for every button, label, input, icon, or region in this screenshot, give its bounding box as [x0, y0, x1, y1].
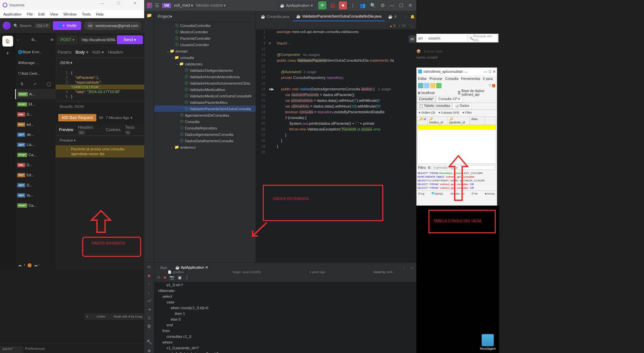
editor-analysis[interactable]: ▲ 5 ✓ 14 ⌃⌄ — [256, 22, 416, 30]
menu-editar[interactable]: Editar — [418, 77, 427, 81]
tree-item[interactable]: ⒸMedicoController — [154, 29, 256, 35]
menu-irpara[interactable]: Ir para — [483, 77, 493, 81]
vcs-menu[interactable]: Version control ▾ — [196, 3, 226, 8]
col-medico[interactable]: 🔑 medico_id — [428, 117, 448, 125]
extrair-button[interactable]: Extrair tudo — [424, 49, 443, 53]
camera-icon[interactable]: 📷 — [169, 275, 174, 280]
tree-item[interactable]: ›📁endereco — [154, 144, 256, 150]
insomnia-logo-icon[interactable] — [3, 22, 11, 30]
close-button[interactable]: ✕ — [493, 70, 495, 73]
env-base[interactable]: 🌐Base Envi... — [15, 47, 56, 57]
resp-tab-tests[interactable]: Tests 0 — [125, 125, 141, 135]
request-item[interactable]: POSTA... — [15, 89, 56, 99]
tree-item[interactable]: ⒸValidadorHorariofuncionamentoClinic — [154, 80, 256, 86]
menu-consulta[interactable]: Consulta — [445, 77, 458, 81]
col-paciente[interactable]: 🔑 paciente_id — [448, 117, 470, 125]
soft-wrap-icon[interactable]: ⏎ — [147, 298, 151, 303]
sort-icon[interactable]: ⇅ — [20, 82, 24, 86]
stop-icon[interactable]: ■ — [164, 275, 166, 280]
more-icon[interactable]: ⋮ — [185, 275, 189, 280]
resp-tab-cookies[interactable]: Cookies — [106, 127, 120, 132]
toolbar-icon[interactable] — [418, 83, 423, 88]
project-name[interactable]: voll_med ▾ — [174, 3, 193, 8]
tree-item[interactable]: ⒸValidadorPacienteSemOutraConsulta — [154, 106, 256, 112]
menu-edit[interactable]: Edit — [36, 11, 47, 17]
menu-view[interactable]: View — [48, 11, 60, 17]
nav-back-button[interactable]: ‹ — [17, 38, 19, 42]
collection-name[interactable]: R... — [20, 38, 49, 42]
run-config-select[interactable]: ☕ ApiApplication ▾ — [277, 2, 316, 9]
request-item[interactable]: GETde... — [15, 129, 56, 140]
tree-item[interactable]: ⒸDadosDetalhamentoConsulta — [154, 138, 256, 144]
tabs-more-icon[interactable]: ⋮ — [404, 14, 408, 19]
run-button[interactable]: ⟳ — [318, 1, 326, 9]
tab-headers[interactable]: Headers — [108, 50, 123, 55]
close-button[interactable]: ✕ — [128, 1, 141, 9]
menu-application[interactable]: Application — [1, 11, 24, 17]
menu-file[interactable]: File — [25, 11, 35, 17]
maximize-button[interactable]: ☐ — [398, 1, 405, 9]
toolbar-icon[interactable] — [436, 83, 442, 88]
env-cert[interactable]: 🛡Add Certi... — [15, 68, 56, 79]
preferences-label[interactable]: Preferences — [25, 347, 45, 351]
workspaces-footer[interactable]: paces* — [0, 346, 24, 353]
sync-icon[interactable]: ⟳ — [51, 38, 54, 42]
tree-item[interactable]: ⒸValidadorPacienteAtivo — [154, 99, 256, 106]
cloud-icon[interactable]: ☁ — [18, 263, 22, 267]
json-editor[interactable]: 1{ 2 "idPaciente":1, 3 "especialidade": … — [56, 68, 144, 101]
main-menu-button[interactable]: ☰ — [155, 3, 159, 8]
colunas-option[interactable]: ▾ Colunas (4/4) — [439, 111, 459, 114]
menu-window[interactable]: Window — [61, 11, 78, 17]
build-tool-icon[interactable]: 🔨 — [147, 340, 152, 345]
project-tree-header[interactable]: Project ▾ — [154, 11, 256, 22]
menu-ferramentas[interactable]: Ferramentas — [461, 77, 480, 81]
tree-item[interactable]: ⒸValidadorMedicoComOutraConsultaN — [154, 93, 256, 99]
gift-icon[interactable]: 🎁 — [491, 84, 495, 88]
upload-icon[interactable]: ☁↑ — [34, 263, 40, 267]
status-time[interactable]: 7 Minutes Ago ▾ — [106, 116, 132, 120]
scroll-end-icon[interactable]: ⇥ — [147, 307, 151, 312]
more-dots[interactable]: ··· — [445, 49, 448, 53]
tab-params[interactable]: Params — [58, 50, 71, 55]
tree-item[interactable]: ⒸConsulta — [154, 118, 256, 125]
data-grid[interactable]: 🔑 id 🔑 medico_id 🔑 paciente_id data↓ — [417, 116, 496, 164]
tree-item[interactable]: ⒸValidadorMedicoAtivo — [154, 86, 256, 93]
tab-validador-java[interactable]: ☕ ValidadorPacienteSemOutraConsultaNoDia… — [293, 12, 385, 21]
filter-input[interactable] — [432, 165, 495, 170]
tab-overflow[interactable]: ☕ A — [385, 12, 400, 21]
response-body[interactable]: 1Paciente já possui uma consulta agendad… — [56, 145, 144, 157]
request-item[interactable]: GETLis... — [15, 140, 56, 150]
tab-consulta-2[interactable]: Consulta #2*✕ — [436, 96, 462, 102]
close-button[interactable]: ✕ — [407, 1, 414, 9]
expand-icon[interactable]: ⤢ — [33, 82, 37, 86]
search-everywhere-icon[interactable]: 🔍 — [369, 1, 377, 9]
resp-tab-headers[interactable]: Headers 10 — [78, 125, 101, 135]
tab-body[interactable]: Body — [75, 50, 88, 55]
more-actions-icon[interactable]: ⋮ — [349, 1, 356, 9]
console-output[interactable]: p1_0.id=?Hibernate: select case when cou… — [154, 282, 416, 353]
explorer-search[interactable]: 🔍 Procurar em usu — [468, 34, 498, 42]
trash-icon[interactable]: 🗑 — [147, 324, 151, 329]
tab-consulta-java[interactable]: ☕ Consulta.java — [257, 12, 293, 21]
request-item[interactable]: GETlis... — [15, 190, 56, 200]
filtro-option[interactable]: ▾ Filtro — [462, 111, 472, 114]
notifications-icon[interactable]: 🔔 — [410, 14, 415, 19]
filter-icon[interactable]: ◯ — [46, 82, 51, 86]
request-item[interactable]: PUTed... — [15, 119, 56, 129]
run-more-icon[interactable]: ⋮ — [402, 266, 406, 270]
help-icon[interactable]: ? — [489, 84, 491, 88]
request-item[interactable]: POSTCa... — [15, 150, 56, 160]
add-workspace-button[interactable]: + — [2, 48, 13, 59]
tree-item[interactable]: ⒸDadosAgendamentoConsulta — [154, 131, 256, 138]
muse-icon[interactable]: m — [409, 35, 416, 43]
rerun-icon[interactable]: ⟳ — [157, 275, 160, 280]
request-item[interactable]: GETD... — [15, 180, 56, 190]
user-menu[interactable]: WE wesleyweasp@gmail.com — [84, 21, 141, 30]
col-id[interactable]: 🔑 id — [418, 117, 428, 125]
request-item[interactable]: DELD... — [15, 109, 56, 119]
tree-item[interactable]: ⒸConsultaController — [154, 22, 256, 29]
project-tool-icon[interactable]: 📁 — [147, 13, 152, 18]
minimize-button[interactable]: — — [96, 1, 109, 9]
send-button[interactable]: Send ▾ — [117, 35, 143, 44]
tab-data[interactable]: 📊 Dados — [452, 103, 472, 109]
